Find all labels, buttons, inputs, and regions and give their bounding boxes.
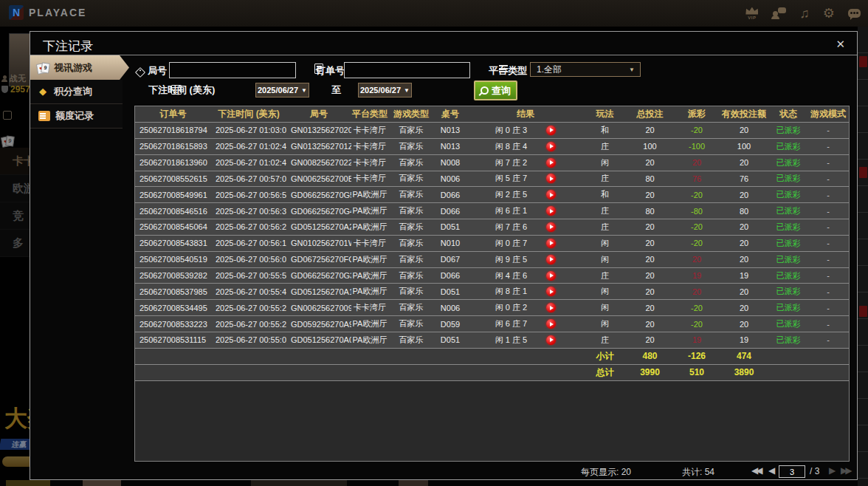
table-cell: 已派彩: [769, 302, 807, 313]
bet-records-table: 订单号下注时间 (美东)局号平台类型游戏类型桌号结果玩法总投注派彩有效投注额状态…: [134, 106, 850, 462]
table-cell: 已派彩: [769, 189, 807, 200]
table-cell: 20: [625, 158, 675, 167]
table-row: 2506270085344952025-06-27 00:55:28GN0062…: [135, 300, 849, 316]
table-cell: 卡卡湾厅: [351, 302, 388, 313]
table-cell: 百家乐: [388, 286, 434, 297]
table-cell: 百家乐: [388, 270, 434, 281]
table-cell: 2025-06-27 00:55:28: [211, 304, 286, 312]
replay-icon[interactable]: [546, 303, 556, 312]
order-input[interactable]: [344, 62, 470, 78]
table-cell: 20: [625, 335, 675, 344]
table-row: 2506270085379852025-06-27 00:55:46GD0512…: [135, 284, 849, 300]
vip-icon[interactable]: VIP: [745, 7, 758, 20]
sidebar-item-0[interactable]: ♥9视讯游戏: [30, 55, 129, 80]
music-icon[interactable]: ♫: [799, 7, 810, 20]
next-page-icon[interactable]: ▶: [829, 465, 836, 476]
table-cell: GD051256270A2: [286, 222, 351, 231]
column-header: 平台类型: [351, 108, 388, 120]
table-cell: 20: [719, 126, 769, 134]
table-cell: GN0102562701W: [286, 239, 351, 247]
table-cell: -: [807, 191, 849, 199]
replay-icon[interactable]: [546, 206, 556, 216]
to-label: 至: [331, 83, 341, 97]
table-cell: -: [807, 239, 849, 247]
table-cell: PA欧洲厅: [351, 286, 388, 297]
table-row: 2506270085311152025-06-27 00:55:09GD0512…: [135, 332, 849, 349]
table-cell: 闲 5 庄 7: [466, 173, 585, 184]
replay-icon[interactable]: [546, 158, 556, 168]
search-button[interactable]: 查询: [474, 81, 517, 100]
table-cell: -: [807, 126, 849, 134]
page-total-label: / 3: [810, 466, 819, 476]
sidebar-item-1[interactable]: ◆积分查询: [30, 80, 123, 104]
table-row: 2506270085332232025-06-27 00:55:20GD0592…: [135, 316, 849, 332]
table-cell: 已派彩: [769, 318, 807, 329]
last-page-icon[interactable]: ▶▶: [841, 465, 850, 476]
settings-gear-icon[interactable]: ⚙: [823, 7, 835, 20]
table-cell: 已派彩: [769, 157, 807, 168]
table-cell: D067: [434, 255, 466, 264]
sidebar-item-2[interactable]: 额度记录: [30, 104, 123, 129]
replay-icon[interactable]: [546, 335, 556, 345]
close-icon[interactable]: ✕: [836, 38, 845, 51]
date-to-picker[interactable]: 2025/06/27 ▼: [358, 83, 412, 97]
table-cell: 2025-06-27 01:02:49: [211, 142, 286, 151]
table-cell: N013: [434, 126, 466, 134]
round-input[interactable]: [169, 62, 296, 78]
replay-icon[interactable]: [546, 239, 556, 248]
table-cell: -: [807, 304, 849, 312]
replay-icon[interactable]: [546, 190, 556, 199]
customer-service-icon[interactable]: [771, 7, 786, 19]
table-cell: 2025-06-27 00:56:24: [211, 222, 286, 231]
result-text: 闲 0 庄 3: [495, 125, 527, 136]
page-input[interactable]: [779, 465, 805, 478]
result-text: 闲 0 庄 2: [495, 302, 527, 313]
date-from-picker[interactable]: 2025/06/27 ▼: [255, 83, 309, 97]
replay-icon[interactable]: [546, 126, 556, 135]
replay-icon[interactable]: [546, 142, 556, 151]
subtotal-row: 小计480-126474: [135, 349, 849, 365]
table-cell: GD059256270A9: [286, 320, 351, 329]
table-cell: 20: [719, 320, 769, 329]
table-cell: -: [807, 255, 849, 264]
table-cell: -: [807, 271, 849, 280]
result-text: 闲 6 庄 1: [495, 205, 527, 216]
prev-page-icon[interactable]: ◀: [768, 465, 775, 476]
table-cell: 20: [625, 287, 675, 296]
replay-icon[interactable]: [546, 287, 556, 296]
result-text: 闲 7 庄 2: [495, 157, 527, 168]
table-cell: 卡卡湾厅: [351, 238, 388, 249]
table-cell: 2025-06-27 00:55:20: [211, 320, 286, 329]
replay-icon[interactable]: [546, 319, 556, 329]
table-cell: 250627008545064: [135, 222, 211, 231]
table-cell: 2025-06-27 01:02:40: [211, 158, 286, 167]
table-cell: 250627008534495: [135, 304, 211, 312]
table-cell: 百家乐: [388, 335, 434, 346]
platform-select[interactable]: 1.全部 ▼: [530, 62, 641, 77]
column-header: 桌号: [434, 108, 466, 120]
vip-label: VIP: [748, 16, 756, 20]
replay-icon[interactable]: [546, 174, 556, 183]
sidebar-item-label: 积分查询: [54, 85, 92, 98]
chat-icon[interactable]: [848, 9, 861, 18]
table-cell: 250627008546516: [135, 207, 211, 216]
table-cell: 19: [675, 271, 719, 280]
replay-icon[interactable]: [546, 222, 556, 232]
table-cell: 百家乐: [388, 157, 434, 168]
table-cell: 闲 0 庄 7: [466, 238, 585, 249]
table-cell: 2025-06-27 00:57:08: [211, 174, 286, 183]
replay-icon[interactable]: [546, 271, 556, 281]
table-row: 2506270186158932025-06-27 01:02:49GN0132…: [135, 139, 849, 155]
table-cell: 卡卡湾厅: [351, 157, 388, 168]
table-cell: 20: [625, 126, 675, 134]
result-text: 闲 8 庄 1: [495, 286, 527, 297]
top-bar: N PLAYACE VIP ♫ ⚙: [0, 0, 868, 27]
table-cell: -: [807, 158, 849, 167]
first-page-icon[interactable]: ◀◀: [751, 465, 760, 476]
replay-icon[interactable]: [546, 255, 556, 264]
table-cell: 250627018613960: [135, 158, 211, 167]
table-cell: GD051256270A1: [286, 287, 351, 296]
table-cell: 百家乐: [388, 238, 434, 249]
column-header: 玩法: [585, 108, 625, 120]
sidebar-item-label: 视讯游戏: [54, 61, 92, 75]
